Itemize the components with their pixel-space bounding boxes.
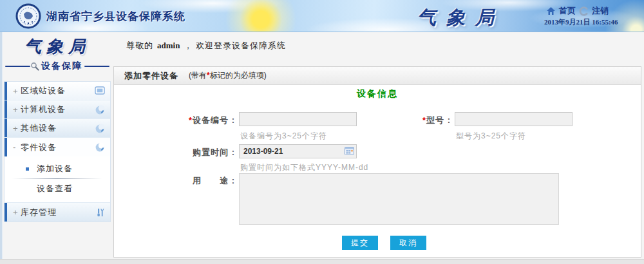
sidebar: 气象局 设备保障 + 区域站设备 + 计算机设备 (4, 35, 111, 222)
welcome-message: 尊敬的admin， 欢迎登录设备保障系统 (126, 40, 286, 52)
sidebar-item-label: 零件设备 (21, 142, 57, 153)
sidebar-item-label: 库存管理 (21, 207, 57, 218)
device-no-help: 设备编号为3~25个字符 (240, 131, 327, 142)
welcome-prefix: 尊敬的 (126, 41, 153, 50)
sidebar-item-computer[interactable]: + 计算机设备 (5, 100, 110, 119)
purchase-date-help: 购置时间为如下格式YYYY-MM-dd (240, 162, 368, 173)
subtitle-line-left (5, 66, 30, 67)
expand-toggle: + (13, 207, 21, 217)
username: admin (157, 41, 180, 50)
home-link[interactable]: 首页 (559, 5, 576, 17)
submenu-item-label: 设备查看 (37, 184, 73, 193)
model-input[interactable] (455, 112, 573, 126)
collapse-toggle: - (13, 142, 21, 152)
active-bullet-icon (26, 167, 29, 171)
sidebar-menu: + 区域站设备 + 计算机设备 + 其他设备 (4, 81, 111, 222)
sidebar-subtitle-row: 设备保障 (4, 61, 111, 72)
sidebar-item-label: 区域站设备 (21, 85, 66, 97)
refresh-icon (579, 6, 589, 16)
home-icon (546, 6, 556, 15)
sidebar-item-label: 计算机设备 (21, 104, 66, 115)
swirl-icon (95, 142, 105, 152)
monitor-icon (95, 86, 105, 95)
device-no-label: *设备编号 : (138, 115, 235, 126)
welcome-suffix: ， 欢迎登录设备保障系统 (184, 41, 286, 50)
add-parts-panel: 添加零件设备 (带有*标记的为必填项) 设备信息 *设备编号 : *型号 : 设… (113, 66, 641, 258)
org-title: 气象局 (417, 5, 504, 31)
submenu-item-add-device[interactable]: 添加设备 (5, 160, 110, 177)
logout-link[interactable]: 注销 (592, 5, 609, 17)
parts-submenu: 添加设备 设备查看 (5, 156, 110, 203)
model-label: *型号 : (354, 115, 451, 126)
submenu-divider (12, 178, 102, 179)
submenu-item-view-device[interactable]: 设备查看 (5, 180, 110, 197)
panel-header: 添加零件设备 (带有*标记的为必填项) (114, 67, 641, 85)
purchase-date-label: 购置时间 : (138, 147, 235, 158)
swirl-icon (95, 124, 105, 133)
sidebar-item-other[interactable]: + 其他设备 (5, 119, 110, 138)
usage-label: 用 途 : (138, 175, 235, 187)
submit-button[interactable]: 提交 (342, 236, 378, 250)
usage-textarea[interactable] (239, 173, 559, 225)
bureau-logo-icon (15, 3, 41, 32)
sidebar-item-inventory[interactable]: + 库存管理 (5, 203, 110, 222)
top-nav: 首页 注销 (544, 5, 610, 17)
sidebar-item-label: 其他设备 (21, 122, 57, 134)
sidebar-title: 气象局 (4, 35, 111, 58)
cancel-button[interactable]: 取消 (390, 236, 426, 250)
system-title: 湖南省宁乡县设备保障系统 (46, 9, 185, 24)
sidebar-item-region-station[interactable]: + 区域站设备 (5, 82, 110, 100)
note-post: 标记的为必填项) (210, 71, 267, 80)
sidebar-subtitle: 设备保障 (41, 61, 82, 72)
magnifier-icon (30, 62, 39, 71)
sidebar-item-parts[interactable]: - 零件设备 (5, 138, 110, 156)
datetime-display: 2013年9月21日 16:55:46 (544, 17, 618, 27)
left-edge-stripe (0, 32, 3, 264)
note-pre: (带有 (189, 71, 207, 80)
swirl-icon (95, 105, 105, 115)
purchase-date-input[interactable] (239, 144, 357, 158)
device-no-input[interactable] (239, 112, 357, 126)
footer-strip (0, 259, 644, 264)
calendar-icon[interactable] (345, 147, 354, 155)
panel-title: 添加零件设备 (124, 70, 178, 82)
required-note: (带有*标记的为必填项) (189, 70, 267, 81)
model-help: 型号为3~25个字符 (456, 131, 526, 142)
expand-toggle: + (13, 86, 21, 96)
top-banner: 湖南省宁乡县设备保障系统 气象局 首页 注销 2013年9月21日 16:55:… (0, 0, 644, 32)
submenu-item-label: 添加设备 (37, 164, 73, 173)
expand-toggle: + (13, 105, 21, 115)
tools-icon (96, 208, 105, 217)
form-section-title: 设备信息 (114, 88, 641, 100)
purchase-date-field (239, 144, 358, 160)
expand-toggle: + (13, 124, 21, 133)
subtitle-line-right (84, 66, 109, 67)
